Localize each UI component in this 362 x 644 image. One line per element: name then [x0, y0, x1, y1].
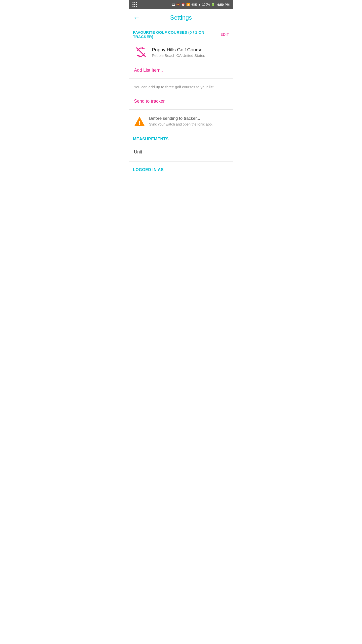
- measurements-title: Measurements: [133, 137, 169, 141]
- warning-block: ! Before sending to tracker... Sync your…: [129, 111, 233, 132]
- battery-icon: 🔋: [211, 3, 215, 6]
- svg-text:!: !: [139, 120, 140, 126]
- favourite-courses-title: Favourite Golf Courses (0 / 1 ON TRACKER…: [133, 30, 220, 39]
- edit-button[interactable]: EDIT: [220, 32, 229, 36]
- dots-icon: [132, 2, 137, 7]
- divider-3: [129, 161, 233, 162]
- wifi-icon: 📶: [186, 3, 190, 6]
- battery-label: 100%: [202, 3, 210, 6]
- logged-in-section: Logged in as: [129, 163, 233, 175]
- course-location: Pebble Beach CA United States: [152, 53, 228, 58]
- alarm-icon: ⏰: [181, 3, 185, 6]
- signal-bars-icon: ▲: [198, 3, 201, 6]
- back-button[interactable]: ←: [133, 14, 140, 21]
- time-label: 4:59 PM: [217, 3, 230, 7]
- unit-row[interactable]: Unit: [129, 144, 233, 160]
- page-title: Settings: [144, 14, 218, 21]
- add-list-item-button[interactable]: Add List Item..: [129, 63, 233, 77]
- send-to-tracker-button[interactable]: Send to tracker: [129, 94, 233, 108]
- bluetooth-icon: ⬓: [172, 3, 175, 7]
- mute-icon: 🔕: [176, 3, 180, 6]
- warning-title: Before sending to tracker...: [149, 116, 228, 121]
- warning-icon: !: [134, 116, 145, 127]
- warning-text: Before sending to tracker... Sync your w…: [149, 116, 228, 126]
- header: ← Settings: [129, 9, 233, 26]
- status-bar-right: ⬓ 🔕 ⏰ 📶 4GE ▲ 100% 🔋 4:59 PM: [172, 3, 230, 7]
- divider-2: [129, 109, 233, 110]
- info-text: You can add up to three golf courses to …: [129, 80, 233, 94]
- divider-1: [129, 78, 233, 79]
- status-bar: ⬓ 🔕 ⏰ 📶 4GE ▲ 100% 🔋 4:59 PM: [129, 0, 233, 9]
- sync-disabled-icon: [134, 45, 148, 59]
- status-bar-left: [132, 2, 137, 7]
- favourite-courses-section-header: Favourite Golf Courses (0 / 1 ON TRACKER…: [129, 26, 233, 41]
- measurements-section: Measurements: [129, 132, 233, 144]
- course-info: Poppy Hills Golf Course Pebble Beach CA …: [152, 47, 228, 58]
- signal-label: 4GE: [191, 3, 197, 6]
- course-item: Poppy Hills Golf Course Pebble Beach CA …: [129, 41, 233, 63]
- warning-subtitle: Sync your watch and open the Ionic app.: [149, 122, 228, 126]
- logged-in-title: Logged in as: [133, 168, 164, 172]
- course-name: Poppy Hills Golf Course: [152, 47, 228, 53]
